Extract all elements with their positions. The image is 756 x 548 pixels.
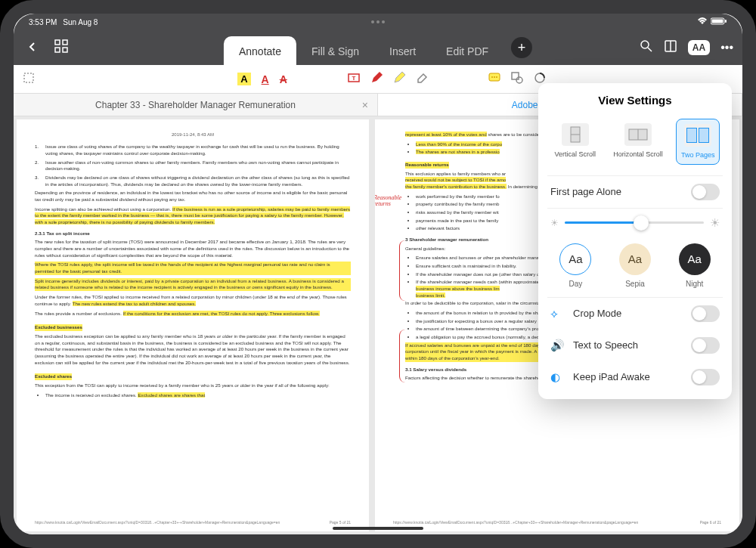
tab-edit-pdf[interactable]: Edit PDF [431, 36, 503, 65]
two-pages-icon [684, 124, 711, 147]
search-button[interactable] [640, 39, 653, 56]
status-bar: 3:53 PM Sun Aug 8 [14, 14, 742, 30]
page-timestamp: 2019-11-24, 8:43 AM [35, 132, 351, 138]
svg-point-15 [491, 76, 493, 78]
view-settings-button[interactable]: AA [688, 40, 710, 55]
home-indicator[interactable] [333, 527, 423, 530]
crop-mode-label: Crop Mode [573, 308, 682, 319]
page-number: Page 6 of 21 [700, 520, 721, 525]
svg-rect-4 [63, 40, 67, 45]
horizontal-scroll-icon [624, 123, 652, 146]
heading-excluded-shares: Excluded shares [35, 373, 72, 380]
note-tool[interactable] [488, 73, 500, 85]
panel-title: View Settings [538, 83, 732, 114]
svg-point-16 [494, 76, 495, 78]
close-tab-icon[interactable]: × [362, 99, 368, 111]
red-brace-annotation [399, 330, 405, 382]
pen-tool[interactable] [370, 72, 383, 86]
textbox-tool[interactable]: T [348, 72, 360, 86]
doc-tab-left[interactable]: Chapter 33 - Shareholder Manager Remuner… [14, 94, 378, 116]
brightness-slider-row: ☀ ☀ [538, 209, 732, 237]
svg-point-17 [496, 76, 497, 78]
mode-two-pages[interactable]: Two Pages [676, 119, 720, 165]
svg-point-7 [641, 41, 649, 48]
tts-label: Text to Speech [573, 339, 682, 351]
brightness-low-icon: ☀ [550, 218, 559, 228]
highlight-tool[interactable]: A [237, 73, 250, 85]
handwritten-annotation: Reasonable returns [375, 195, 401, 207]
svg-point-19 [516, 77, 522, 83]
doc-tab-label: Chapter 33 - Shareholder Manager Remuner… [95, 100, 296, 110]
bookmarks-button[interactable] [664, 39, 677, 56]
brightness-high-icon: ☀ [710, 216, 720, 230]
page-left: 2019-11-24, 8:43 AM 1.Issue one class of… [17, 119, 369, 531]
marker-tool[interactable] [393, 72, 405, 86]
crop-mode-toggle[interactable] [691, 305, 720, 322]
tab-annotate[interactable]: Annotate [224, 36, 296, 65]
select-tool[interactable] [23, 72, 35, 86]
eraser-tool[interactable] [416, 72, 428, 86]
first-page-alone-label: First page Alone [550, 186, 621, 197]
first-page-alone-toggle[interactable] [691, 184, 720, 200]
underline-tool[interactable]: A [262, 73, 269, 85]
red-brace-annotation [399, 240, 405, 301]
svg-rect-6 [63, 48, 67, 52]
status-icons [697, 17, 727, 26]
tts-toggle[interactable] [691, 337, 720, 354]
mode-tabs: Annotate Fill & Sign Insert Edit PDF + [224, 30, 532, 65]
strikethrough-tool[interactable]: A [280, 73, 287, 85]
theme-day[interactable]: Aa Day [559, 243, 591, 288]
svg-rect-2 [725, 20, 727, 23]
heading-excluded-businesses: Excluded businesses [35, 324, 82, 331]
heading-reasonable-returns: Reasonable returns [405, 162, 449, 169]
tab-insert[interactable]: Insert [374, 36, 431, 65]
status-date: Sun Aug 8 [63, 18, 98, 26]
svg-line-8 [648, 48, 652, 51]
mode-horizontal-scroll[interactable]: Horizontal Scroll [609, 119, 668, 165]
keep-awake-toggle[interactable] [691, 369, 720, 385]
thumbnails-button[interactable] [50, 35, 73, 61]
speaker-icon: 🔊 [550, 339, 564, 352]
multitask-dots[interactable] [371, 20, 385, 23]
back-button[interactable] [23, 36, 42, 60]
svg-rect-3 [55, 40, 60, 45]
heading-tosi: 2.3.1 Tax on split income [35, 231, 351, 237]
status-time: 3:53 PM [29, 18, 57, 26]
svg-text:T: T [352, 75, 355, 82]
battery-icon [711, 17, 727, 26]
add-tab-button[interactable]: + [511, 37, 532, 58]
page-url: https://www.knotia.ca/Login/ViewEmailDoc… [393, 520, 638, 525]
vertical-scroll-icon [562, 123, 589, 146]
svg-rect-11 [24, 73, 33, 82]
page-url: https://www.knotia.ca/Login/ViewEmailDoc… [35, 520, 280, 525]
theme-sepia[interactable]: Aa Sepia [619, 243, 651, 288]
shape-tool[interactable] [511, 72, 523, 86]
crop-icon: ⟡ [550, 307, 564, 320]
more-button[interactable]: ••• [720, 41, 733, 54]
view-settings-panel: View Settings Vertical Scroll Horizontal… [538, 83, 732, 399]
tab-fill-sign[interactable]: Fill & Sign [296, 36, 374, 65]
page-number: Page 5 of 21 [330, 520, 351, 525]
svg-rect-1 [712, 20, 723, 23]
wifi-icon [697, 17, 708, 26]
awake-icon: ◐ [550, 370, 564, 384]
svg-rect-5 [55, 48, 60, 52]
top-toolbar: Annotate Fill & Sign Insert Edit PDF + A… [14, 30, 742, 65]
theme-night[interactable]: Aa Night [679, 243, 711, 288]
keep-awake-label: Keep iPad Awake [573, 371, 682, 382]
brightness-slider[interactable] [565, 221, 704, 224]
mode-vertical-scroll[interactable]: Vertical Scroll [550, 119, 601, 165]
